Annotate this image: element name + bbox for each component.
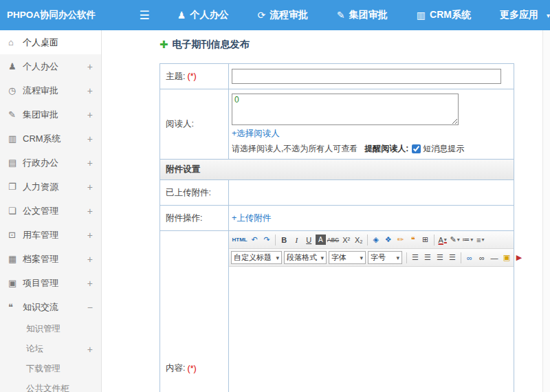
edit-icon: ✎: [337, 10, 345, 21]
sidebar-subitem-forum[interactable]: 论坛 +: [0, 339, 101, 359]
main-content: ✚ 电子期刊信息发布 主题: (*) 阅读人: 0 +选择阅读人 请选择阅读人,…: [102, 30, 550, 392]
sidebar-item-knowledge-exchange[interactable]: ❝ 知识交流 −: [0, 295, 101, 319]
html-source-icon[interactable]: HTML: [232, 233, 248, 246]
ordered-list-icon[interactable]: ≔: [461, 233, 474, 246]
unordered-list-icon[interactable]: ≡: [474, 233, 486, 246]
insert-table-icon[interactable]: ⊞: [419, 233, 431, 246]
editor-content-area[interactable]: [229, 267, 514, 392]
nav-more-apps[interactable]: 更多应用 ▾: [500, 9, 550, 21]
hamburger-menu-icon[interactable]: ☰: [140, 8, 150, 23]
expand-toggle: +: [87, 230, 93, 241]
plus-icon: ✚: [160, 39, 168, 51]
expand-toggle: +: [87, 109, 93, 120]
align-right-icon[interactable]: ☰: [434, 251, 446, 264]
align-left-icon[interactable]: ☰: [410, 251, 421, 264]
toolbar-separator: [461, 252, 461, 263]
subscript-icon[interactable]: X₂: [353, 233, 364, 246]
sidebar-subitem-public-file-cabinet[interactable]: 公共文件柜: [0, 379, 101, 392]
link-icon[interactable]: ∞: [464, 251, 476, 264]
nav-crm-system[interactable]: ▥ CRM系统: [417, 9, 471, 21]
align-justify-icon[interactable]: ☰: [447, 251, 459, 264]
expand-toggle: +: [87, 278, 93, 289]
nav-label: 个人办公: [190, 9, 228, 21]
select-readers-link[interactable]: +选择阅读人: [232, 128, 280, 140]
sidebar-item-process-approval[interactable]: ◷ 流程审批 +: [0, 78, 101, 102]
heading-style-dropdown[interactable]: 自定义标题: [231, 251, 282, 264]
spellcheck-icon[interactable]: ✏: [395, 233, 406, 246]
sidebar-item-document-management[interactable]: ❏ 公文管理 +: [0, 199, 101, 223]
attachment-ops-row: 附件操作: +上传附件: [160, 205, 514, 230]
expand-toggle: +: [87, 206, 93, 217]
sidebar-item-group-approval[interactable]: ✎ 集团审批 +: [0, 102, 101, 127]
readers-textarea[interactable]: 0: [232, 94, 459, 125]
nav-personal-office[interactable]: ♟ 个人办公: [177, 9, 229, 21]
superscript-icon[interactable]: X²: [340, 233, 352, 246]
toolbar-separator: [434, 235, 434, 246]
uploaded-list-empty: [229, 180, 514, 205]
scrollbar-track[interactable]: [542, 30, 550, 392]
clock-icon: ◷: [8, 85, 23, 96]
nav-group-approval[interactable]: ✎ 集团审批: [337, 9, 388, 21]
sidebar-item-archive-management[interactable]: ▦ 档案管理 +: [0, 247, 101, 271]
nav-label: 集团审批: [349, 9, 388, 21]
content-label-cell: 内容: (*): [160, 231, 229, 392]
upload-attachment-link[interactable]: +上传附件: [232, 213, 271, 224]
sidebar-item-human-resources[interactable]: ❐ 人力资源 +: [0, 175, 101, 199]
sidebar-item-crm-system[interactable]: ▥ CRM系统 +: [0, 127, 101, 151]
strikethrough-icon[interactable]: ABC: [327, 233, 340, 246]
sidebar-item-personal-office[interactable]: ♟ 个人办公 +: [0, 54, 101, 78]
editor-toolbar-row1: HTML ↶ ↷ B I U A ABC X² X₂ ◈ ❖: [229, 231, 514, 249]
sms-notify-checkbox[interactable]: [412, 144, 421, 153]
highlight-icon[interactable]: ✎: [449, 233, 461, 246]
editor-toolbar-row2: 自定义标题 段落格式 字体 字号 ☰ ☰: [229, 249, 514, 267]
undo-icon[interactable]: ↶: [249, 233, 261, 246]
desktop-icon: ⌂: [8, 37, 23, 47]
car-icon: ⊡: [8, 230, 23, 240]
subject-input[interactable]: [232, 69, 501, 84]
required-mark: (*): [187, 364, 196, 373]
underline-icon[interactable]: U: [303, 233, 315, 246]
expand-toggle: +: [87, 133, 93, 144]
expand-toggle: +: [87, 85, 93, 96]
italic-icon[interactable]: I: [291, 233, 302, 246]
format-painter-icon[interactable]: ❖: [382, 233, 394, 246]
toolbar-separator: [406, 252, 407, 263]
expand-toggle: +: [87, 344, 93, 355]
page-title-text: 电子期刊信息发布: [173, 39, 250, 51]
align-center-icon[interactable]: ☰: [422, 251, 434, 264]
insert-media-icon[interactable]: ▶: [514, 251, 525, 264]
uploaded-attachments-row: 已上传附件:: [160, 179, 514, 205]
attachment-section-header: 附件设置: [160, 159, 514, 179]
building-icon: ▤: [8, 157, 23, 168]
font-size-dropdown[interactable]: 字号: [368, 251, 402, 264]
publish-form: 主题: (*) 阅读人: 0 +选择阅读人 请选择阅读人,不选为所有人可查看 提…: [160, 63, 514, 392]
collapse-toggle: −: [87, 302, 93, 313]
readers-row: 阅读人: 0 +选择阅读人 请选择阅读人,不选为所有人可查看 提醒阅读人: 短消…: [160, 89, 514, 159]
font-family-dropdown[interactable]: 字体: [329, 251, 366, 264]
sidebar-subitem-knowledge-management[interactable]: 知识管理: [0, 319, 101, 339]
blockquote-icon[interactable]: ❝: [407, 233, 419, 246]
sidebar: ⌂ 个人桌面 ♟ 个人办公 + ◷ 流程审批 + ✎ 集团审批 + ▥ CRM系…: [0, 30, 102, 392]
nav-process-approval[interactable]: ⟳ 流程审批: [257, 9, 308, 21]
insert-image-icon[interactable]: ▣: [501, 251, 513, 264]
horizontal-rule-icon[interactable]: —: [489, 251, 500, 264]
sidebar-item-admin-office[interactable]: ▤ 行政办公 +: [0, 151, 101, 175]
archive-icon: ▦: [8, 254, 23, 264]
eraser-icon[interactable]: ◈: [370, 233, 382, 246]
subject-row: 主题: (*): [160, 64, 514, 89]
redo-icon[interactable]: ↷: [261, 233, 273, 246]
sidebar-item-vehicle-management[interactable]: ⊡ 用车管理 +: [0, 223, 101, 247]
unlink-icon[interactable]: ∞: [476, 251, 488, 264]
remind-readers-label: 提醒阅读人:: [364, 143, 408, 155]
remove-format-icon[interactable]: A: [316, 235, 326, 245]
rich-text-editor: HTML ↶ ↷ B I U A ABC X² X₂ ◈ ❖: [229, 231, 514, 392]
bold-icon[interactable]: B: [278, 233, 290, 246]
app-header: PHPOA协同办公软件 ☰ ♟ 个人办公 ⟳ 流程审批 ✎ 集团审批 ▥ CRM…: [0, 0, 550, 30]
sidebar-item-personal-desktop[interactable]: ⌂ 个人桌面: [0, 30, 101, 54]
sidebar-item-project-management[interactable]: ▣ 项目管理 +: [0, 271, 101, 295]
font-color-icon[interactable]: A: [437, 233, 448, 246]
paragraph-format-dropdown[interactable]: 段落格式: [284, 251, 327, 264]
sidebar-subitem-download-management[interactable]: 下载管理: [0, 359, 101, 379]
person-icon: ♟: [177, 10, 186, 21]
readers-label: 阅读人:: [166, 118, 194, 130]
